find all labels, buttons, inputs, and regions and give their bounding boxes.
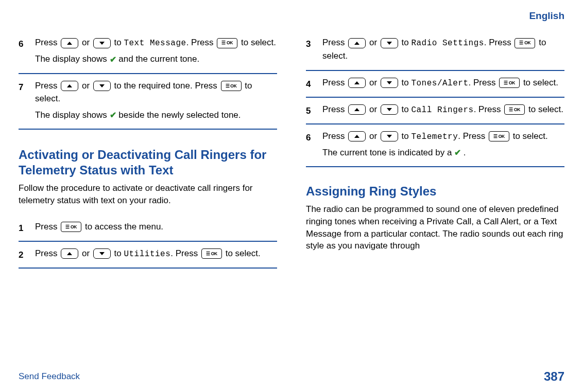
text: to xyxy=(402,78,411,87)
step-5: 5 Press or to Call Ringers. Press to sel… xyxy=(306,98,564,124)
step-3: 3 Press or to Radio Settings. Press to s… xyxy=(306,31,564,71)
page-number: 387 xyxy=(544,369,564,384)
step-6r: 6 Press or to Telemetry. Press to select… xyxy=(306,124,564,168)
menu-option: Telemetry xyxy=(411,132,458,141)
text: or xyxy=(369,104,380,114)
manual-page: English 6 Press or to Text Message. Pres… xyxy=(0,0,583,392)
page-footer: Send Feedback 387 xyxy=(0,369,583,384)
ok-button-icon xyxy=(221,81,242,91)
text: and the current tone. xyxy=(118,54,199,64)
text: to xyxy=(402,131,411,141)
step-body: Press or to Utilities. Press to select. xyxy=(35,247,277,260)
send-feedback-link[interactable]: Send Feedback xyxy=(19,371,80,382)
text: to xyxy=(114,248,124,258)
step-body: Press or to Text Message. Press to selec… xyxy=(35,36,277,66)
step-number: 2 xyxy=(19,247,28,260)
text: or xyxy=(82,81,92,91)
left-column: 6 Press or to Text Message. Press to sel… xyxy=(19,31,277,269)
ok-button-icon xyxy=(217,38,237,48)
menu-option: Call Ringers xyxy=(411,105,473,115)
text: . xyxy=(464,148,466,157)
ok-button-icon xyxy=(499,78,520,88)
down-arrow-icon xyxy=(93,81,111,91)
text: or xyxy=(369,131,380,141)
menu-option: Tones/Alert xyxy=(411,79,468,88)
up-arrow-icon xyxy=(348,104,366,115)
down-arrow-icon xyxy=(381,104,398,115)
ok-button-icon xyxy=(515,38,535,48)
text: or xyxy=(82,38,92,47)
section-intro: The radio can be programmed to sound one… xyxy=(306,203,564,252)
ok-button-icon xyxy=(489,131,509,141)
text: to xyxy=(402,104,411,114)
text: beside the newly selected tone. xyxy=(118,110,241,120)
text: . Press xyxy=(170,248,200,258)
text: to the required tone. Press xyxy=(114,81,220,91)
checkmark-icon: ✔ xyxy=(454,147,461,159)
text: Press xyxy=(322,131,347,141)
checkmark-icon: ✔ xyxy=(110,109,116,121)
section-intro: Follow the procedure to activate or deac… xyxy=(19,182,277,207)
step-1: 1 Press to access the menu. xyxy=(19,215,277,242)
text: to xyxy=(114,38,124,47)
text: The display shows xyxy=(35,54,110,64)
step-number: 6 xyxy=(306,130,315,159)
step-number: 5 xyxy=(306,103,315,116)
text: . Press xyxy=(469,78,499,87)
down-arrow-icon xyxy=(381,78,398,88)
up-arrow-icon xyxy=(61,38,78,48)
text: The display shows xyxy=(35,110,110,120)
section-heading: Assigning Ring Styles xyxy=(306,184,564,199)
step-4: 4 Press or to Tones/Alert. Press to sele… xyxy=(306,71,564,98)
step-body: Press or to Telemetry. Press to select. … xyxy=(322,130,564,159)
up-arrow-icon xyxy=(348,131,366,141)
text: Press xyxy=(35,38,60,47)
up-arrow-icon xyxy=(348,78,366,88)
checkmark-icon: ✔ xyxy=(110,54,116,66)
step-number: 4 xyxy=(306,76,315,90)
text: Press xyxy=(35,222,60,231)
ok-button-icon xyxy=(61,222,81,232)
step-body: Press to access the menu. xyxy=(35,220,277,234)
text: . Press xyxy=(458,131,488,141)
step-number: 1 xyxy=(19,220,28,234)
up-arrow-icon xyxy=(61,81,78,91)
text: . Press xyxy=(474,104,504,114)
up-arrow-icon xyxy=(348,38,366,48)
menu-option: Text Message xyxy=(124,39,186,48)
section-heading: Activating or Deactivating Call Ringers … xyxy=(19,147,277,178)
down-arrow-icon xyxy=(381,131,398,141)
step-number: 7 xyxy=(19,79,28,122)
text: or xyxy=(82,248,92,258)
step-body: Press or to Radio Settings. Press to sel… xyxy=(322,36,564,63)
text: to select. xyxy=(528,104,563,114)
step-2: 2 Press or to Utilities. Press to select… xyxy=(19,242,277,269)
step-body: Press or to Call Ringers. Press to selec… xyxy=(322,103,564,116)
text: to access the menu. xyxy=(85,222,163,231)
step-number: 3 xyxy=(306,36,315,63)
text: or xyxy=(369,78,380,87)
ok-button-icon xyxy=(504,104,525,115)
step-body: Press or to the required tone. Press to … xyxy=(35,79,277,122)
step-6: 6 Press or to Text Message. Press to sel… xyxy=(19,31,277,74)
text: . Press xyxy=(186,38,216,47)
language-header: English xyxy=(19,10,564,22)
text: to select. xyxy=(241,38,276,47)
text: to select. xyxy=(226,248,261,258)
text: The current tone is indicated by a xyxy=(322,148,454,157)
down-arrow-icon xyxy=(93,38,111,48)
text: . Press xyxy=(484,38,514,47)
up-arrow-icon xyxy=(61,248,78,259)
ok-button-icon xyxy=(201,248,222,259)
text: to select. xyxy=(523,78,558,87)
text: Press xyxy=(322,104,347,114)
step-body: Press or to Tones/Alert. Press to select… xyxy=(322,76,564,90)
text: Press xyxy=(322,78,347,87)
text: or xyxy=(369,38,380,47)
text: to select. xyxy=(513,131,548,141)
menu-option: Utilities xyxy=(124,250,170,259)
step-number: 6 xyxy=(19,36,28,66)
right-column: 3 Press or to Radio Settings. Press to s… xyxy=(306,31,564,269)
menu-option: Radio Settings xyxy=(411,39,484,48)
two-column-layout: 6 Press or to Text Message. Press to sel… xyxy=(19,31,564,269)
